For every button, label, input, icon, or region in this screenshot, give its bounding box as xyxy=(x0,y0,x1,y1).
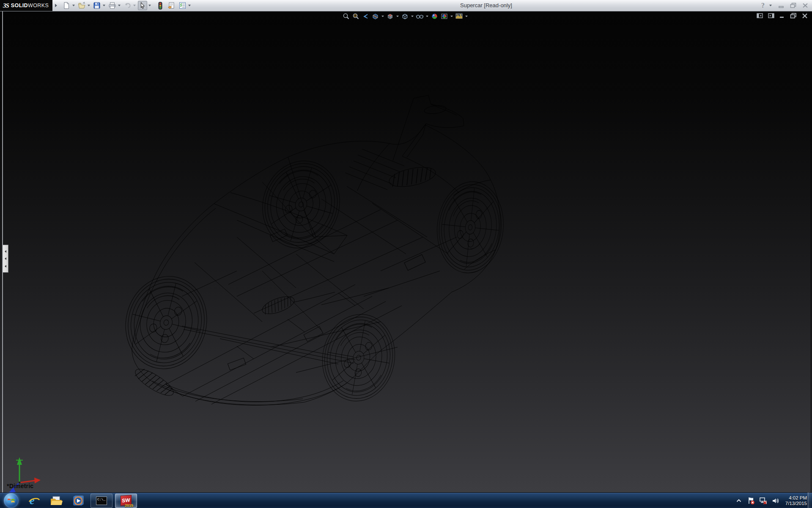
print-icon xyxy=(108,2,116,9)
view-orientation-label: *Dimetric xyxy=(7,483,33,489)
options-button[interactable] xyxy=(178,1,187,10)
windows-flag-icon xyxy=(7,497,15,504)
undo-button[interactable] xyxy=(123,1,132,10)
doc-minimize-button[interactable] xyxy=(779,13,785,18)
close-button[interactable] xyxy=(801,2,809,9)
section-view-icon[interactable] xyxy=(371,12,379,20)
save-floppy-icon xyxy=(93,2,101,9)
clock-date: 7/13/2015 xyxy=(785,501,807,506)
view-settings-dropdown[interactable] xyxy=(464,12,468,20)
brand-solid: SOLID xyxy=(11,3,28,8)
select-dropdown[interactable] xyxy=(147,1,152,10)
clock-time: 4:02 PM xyxy=(785,495,807,501)
taskbar-internet-explorer[interactable]: e xyxy=(25,493,44,508)
start-button[interactable] xyxy=(4,493,19,508)
action-center-flag-icon[interactable] xyxy=(747,497,755,505)
file-properties-icon xyxy=(167,2,176,9)
undo-dropdown[interactable] xyxy=(132,1,137,10)
apply-scene-icon[interactable] xyxy=(440,12,448,20)
display-style-dropdown[interactable] xyxy=(410,12,414,20)
options-dropdown[interactable] xyxy=(187,1,192,10)
taskbar: e C:\_ SW xyxy=(0,492,812,508)
folder-icon xyxy=(49,495,63,506)
file-properties-button[interactable] xyxy=(167,1,176,10)
taskbar-media-player[interactable] xyxy=(69,493,88,508)
minimize-button[interactable] xyxy=(777,2,786,9)
open-button[interactable] xyxy=(77,1,86,10)
edit-appearance-icon[interactable] xyxy=(430,12,439,20)
volume-icon[interactable] xyxy=(771,497,780,505)
pane-toggle-left-icon[interactable] xyxy=(757,13,763,18)
hide-show-items-dropdown[interactable] xyxy=(425,12,429,20)
options-checklist-icon xyxy=(178,2,187,9)
dassault-logo-mark: 3S xyxy=(3,2,9,9)
headsup-toolbar xyxy=(342,12,468,20)
network-icon[interactable] xyxy=(759,497,768,505)
new-document-icon xyxy=(63,2,70,9)
document-window-controls xyxy=(757,13,808,19)
display-style-icon[interactable] xyxy=(401,12,409,20)
taskbar-solidworks-2015[interactable]: SW 2015 xyxy=(115,494,137,508)
select-button[interactable] xyxy=(138,1,147,10)
zoom-to-area-icon[interactable] xyxy=(351,12,360,20)
solidworks-logo[interactable]: 3S SOLIDWORKS xyxy=(0,0,52,11)
previous-view-icon[interactable] xyxy=(361,12,370,20)
command-prompt-icon: C:\_ xyxy=(96,497,107,505)
save-button[interactable] xyxy=(92,1,102,10)
brand-works: WORKS xyxy=(28,3,49,8)
print-button[interactable] xyxy=(107,1,117,10)
traffic-light-icon xyxy=(157,2,163,10)
open-folder-icon xyxy=(78,2,86,9)
help-dropdown[interactable] xyxy=(768,1,773,10)
rebuild-button[interactable] xyxy=(156,1,165,10)
internet-explorer-icon: e xyxy=(28,495,41,507)
new-dropdown[interactable] xyxy=(71,1,76,10)
window-title: Supercar [Read-only] xyxy=(460,2,512,8)
apply-scene-dropdown[interactable] xyxy=(450,12,453,20)
zoom-to-fit-icon[interactable] xyxy=(342,12,350,20)
feature-manager-splitter[interactable] xyxy=(3,245,8,273)
doc-close-button[interactable] xyxy=(802,13,808,19)
save-dropdown[interactable] xyxy=(102,1,106,10)
viewport-right-edge xyxy=(810,11,812,492)
graphics-area[interactable]: *Dimetric xyxy=(0,11,812,492)
view-orientation-icon[interactable] xyxy=(386,12,394,20)
new-document-button[interactable] xyxy=(62,1,71,10)
open-dropdown[interactable] xyxy=(86,1,91,10)
section-view-dropdown[interactable] xyxy=(381,12,384,20)
hide-show-items-icon[interactable] xyxy=(415,12,424,20)
show-hidden-icons-button[interactable] xyxy=(735,497,743,505)
restore-button[interactable] xyxy=(789,2,798,9)
print-dropdown[interactable] xyxy=(117,1,121,10)
taskbar-command-prompt[interactable]: C:\_ xyxy=(91,494,112,508)
taskbar-windows-explorer[interactable] xyxy=(47,493,66,508)
solidworks-2015-icon: SW 2015 xyxy=(120,495,132,507)
help-icon[interactable]: ? xyxy=(761,2,765,9)
doc-restore-button[interactable] xyxy=(790,13,797,19)
select-cursor-icon xyxy=(139,2,146,9)
pane-toggle-right-icon[interactable] xyxy=(768,13,774,18)
view-settings-icon[interactable] xyxy=(455,12,463,20)
taskbar-clock[interactable]: 4:02 PM 7/13/2015 xyxy=(785,495,807,506)
show-desktop-button[interactable] xyxy=(808,492,812,508)
media-player-icon xyxy=(72,495,85,507)
titlebar: 3S SOLIDWORKS xyxy=(0,0,812,11)
undo-icon xyxy=(123,2,132,9)
view-orientation-dropdown[interactable] xyxy=(395,12,399,20)
menu-flyout-arrow[interactable] xyxy=(52,0,59,11)
wireframe-car-model xyxy=(0,11,812,492)
